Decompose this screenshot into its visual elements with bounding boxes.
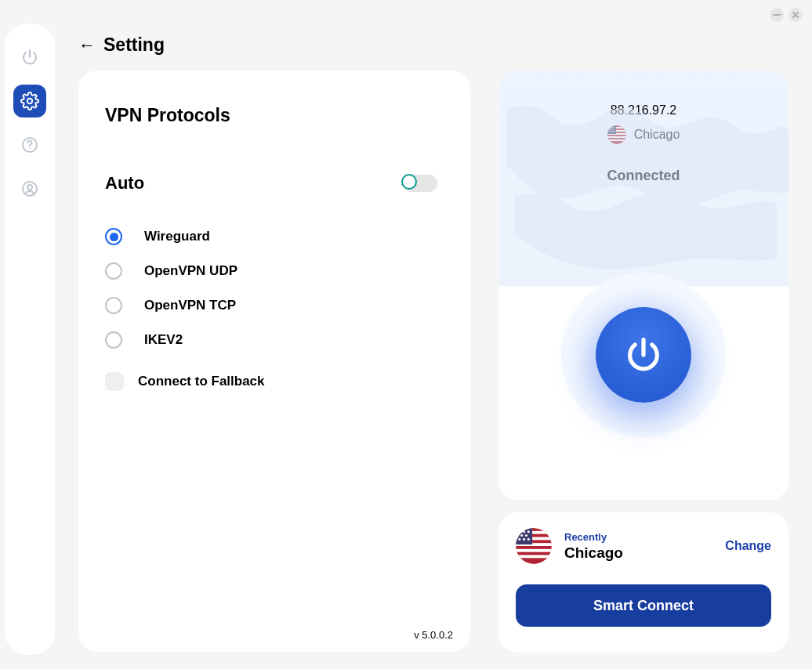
close-button[interactable] (788, 8, 803, 22)
status-top: 88.216.97.2 Chicago Connected (498, 71, 788, 286)
svg-point-34 (525, 534, 527, 537)
radio-icon (105, 331, 122, 349)
protocol-openvpn-tcp[interactable]: OpenVPN TCP (105, 297, 444, 314)
svg-point-20 (608, 131, 610, 132)
svg-point-15 (608, 127, 610, 128)
connection-status: Connected (607, 168, 680, 184)
connect-power-button[interactable] (596, 307, 691, 403)
protocol-label: OpenVPN UDP (144, 263, 237, 279)
svg-point-33 (520, 534, 523, 537)
settings-card: VPN Protocols Auto Wireguard OpenVPN UDP… (78, 71, 470, 652)
svg-point-16 (611, 127, 612, 128)
ip-address: 88.216.97.2 (611, 103, 677, 118)
svg-rect-28 (516, 555, 552, 559)
gear-icon (20, 92, 39, 110)
svg-point-31 (523, 530, 525, 533)
fallback-label: Connect to Fallback (138, 374, 265, 389)
location-row: Chicago (607, 125, 680, 144)
recent-top: Recently Chicago Change (516, 528, 771, 564)
recent-city: Chicago (564, 544, 712, 562)
protocol-list: Wireguard OpenVPN UDP OpenVPN TCP IKEV2 (105, 228, 444, 349)
status-card: 88.216.97.2 Chicago Connected (498, 71, 788, 500)
svg-point-19 (612, 128, 614, 130)
power-button-wrap (561, 273, 726, 437)
svg-point-37 (527, 538, 530, 541)
fallback-checkbox[interactable] (105, 372, 124, 391)
sidebar-item-account[interactable] (13, 172, 46, 205)
svg-point-5 (29, 148, 30, 149)
version-label: v 5.0.0.2 (414, 629, 453, 641)
radio-icon (105, 228, 122, 245)
power-icon (20, 48, 39, 67)
svg-point-30 (518, 530, 520, 533)
protocol-ikev2[interactable]: IKEV2 (105, 331, 444, 349)
auto-toggle[interactable] (403, 175, 437, 192)
minimize-button[interactable] (770, 8, 784, 22)
us-flag-icon (607, 125, 626, 144)
smart-connect-button[interactable]: Smart Connect (516, 584, 771, 627)
radio-icon (105, 262, 122, 280)
sidebar-item-power[interactable] (13, 41, 46, 74)
auto-label: Auto (105, 173, 144, 193)
toggle-knob (401, 174, 417, 190)
svg-point-35 (518, 538, 520, 541)
sidebar-item-settings[interactable] (13, 85, 46, 118)
location-label: Chicago (634, 128, 680, 142)
svg-rect-13 (607, 139, 626, 141)
svg-point-22 (613, 131, 614, 132)
svg-point-17 (613, 127, 614, 128)
svg-rect-14 (607, 125, 616, 134)
svg-rect-29 (516, 528, 532, 544)
svg-rect-27 (516, 549, 552, 552)
page-header: ← Setting (78, 34, 165, 56)
back-arrow-icon[interactable]: ← (78, 35, 96, 56)
help-icon (20, 136, 39, 154)
sidebar (5, 24, 55, 655)
svg-point-36 (523, 538, 525, 541)
us-flag-icon (516, 528, 552, 564)
auto-row: Auto (105, 173, 444, 193)
svg-rect-12 (607, 136, 626, 138)
section-title: VPN Protocols (105, 105, 444, 126)
change-link[interactable]: Change (725, 539, 771, 553)
sidebar-item-help[interactable] (13, 128, 46, 161)
protocol-wireguard[interactable]: Wireguard (105, 228, 444, 245)
window-controls (770, 8, 803, 22)
recent-text: Recently Chicago (564, 531, 712, 562)
protocol-label: OpenVPN TCP (144, 298, 236, 313)
protocol-label: Wireguard (144, 229, 210, 244)
page-title: Setting (103, 34, 165, 56)
radio-icon (105, 297, 122, 314)
recently-label: Recently (564, 531, 712, 543)
svg-point-21 (611, 131, 612, 132)
svg-point-7 (27, 185, 32, 190)
fallback-row: Connect to Fallback (105, 372, 444, 391)
svg-point-32 (527, 530, 530, 533)
svg-point-3 (27, 99, 32, 103)
svg-point-18 (610, 128, 611, 130)
recent-card: Recently Chicago Change Smart Connect (498, 512, 788, 653)
power-icon (623, 334, 664, 375)
protocol-openvpn-udp[interactable]: OpenVPN UDP (105, 262, 444, 280)
user-icon (20, 179, 39, 198)
protocol-label: IKEV2 (144, 332, 183, 348)
